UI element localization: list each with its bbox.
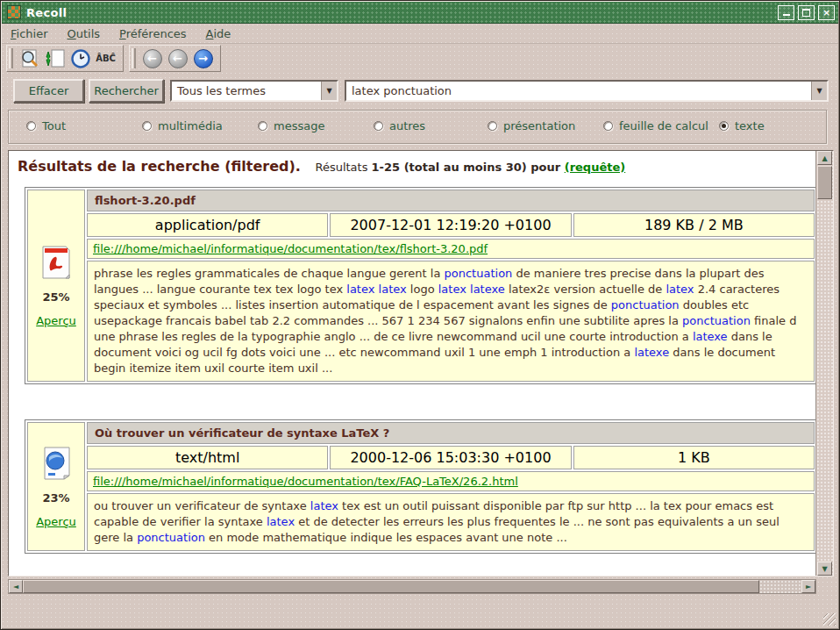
toolbar-handle[interactable] xyxy=(9,48,13,68)
result-meta-row: text/html 2000-12-06 15:03:30 +0100 1 KB xyxy=(87,446,815,469)
result-mime: text/html xyxy=(87,446,328,469)
recoll-app-icon xyxy=(7,5,21,19)
vertical-scrollbar[interactable]: ▲ ▼ xyxy=(815,151,833,576)
highlighted-term: latexe xyxy=(470,283,505,296)
highlighted-term: latexe xyxy=(634,346,669,359)
result-item: 25% Aperçu flshort-3.20.pdf application/… xyxy=(25,187,815,384)
highlighted-term: ponctuation xyxy=(137,531,205,544)
radio-multimedia[interactable]: multimédia xyxy=(142,119,223,132)
menu-aide[interactable]: Aide xyxy=(206,27,231,40)
radio-texte[interactable]: texte xyxy=(719,119,765,132)
snippet-text: en mode mathematique indique les espaces… xyxy=(205,531,567,544)
highlighted-term: ponctuation xyxy=(682,314,751,327)
document-sort-arrows-icon xyxy=(45,48,66,69)
highlighted-term: latex xyxy=(379,283,407,296)
abc-term-explorer-icon: ÂBĈ xyxy=(96,54,116,63)
menu-outils[interactable]: Outils xyxy=(68,27,101,40)
title-bar: Recoll × xyxy=(2,2,838,24)
first-page-button[interactable]: ← xyxy=(140,47,164,70)
term-explorer-button[interactable]: ÂBĈ xyxy=(94,47,117,70)
snippet-text: phrase les regles grammaticales de chaqu… xyxy=(94,267,445,280)
resize-grip[interactable] xyxy=(823,613,836,626)
clear-button[interactable]: Effacer xyxy=(13,79,84,103)
scroll-left-button[interactable]: ◄ xyxy=(9,580,23,593)
result-filename: Où trouver un vérificateur de syntaxe La… xyxy=(87,422,815,444)
highlighted-term: latexe xyxy=(693,330,728,343)
radio-presentation[interactable]: présentation xyxy=(488,119,575,132)
result-side-panel: 23% Aperçu xyxy=(27,422,85,551)
menu-fichier[interactable]: Fichier xyxy=(11,27,48,40)
highlighted-term: latex xyxy=(346,283,374,296)
radio-label: texte xyxy=(735,119,765,132)
snippet-text: ou trouver un verificateur de syntaxe xyxy=(94,499,310,512)
result-url-link[interactable]: file:///home/michael/informatique/docume… xyxy=(93,242,488,255)
clear-search-button[interactable] xyxy=(18,47,41,70)
scroll-down-button[interactable]: ▼ xyxy=(817,562,832,576)
search-button[interactable]: Rechercher xyxy=(89,79,164,103)
search-controls: Effacer Rechercher Tous les termes ▼ ▼ xyxy=(1,75,840,106)
pdf-document-icon xyxy=(41,245,71,280)
highlighted-term: latex xyxy=(310,499,338,512)
result-size: 1 KB xyxy=(573,446,815,469)
toolbar-group-tools: ÂBĈ xyxy=(6,45,124,72)
radio-feuille-de-calcul[interactable]: feuille de calcul xyxy=(603,119,708,132)
results-count: 1-25 (total au moins 30) pour xyxy=(372,161,565,174)
chevron-down-icon[interactable]: ▼ xyxy=(811,82,827,100)
category-filter-frame: Tout multimédia message autres présentat… xyxy=(8,110,827,144)
close-icon: × xyxy=(822,8,830,18)
search-input[interactable] xyxy=(346,82,811,100)
previous-page-button[interactable]: ← xyxy=(166,47,189,70)
results-list: Résultats de la recherche (filtered). Ré… xyxy=(9,151,815,576)
radio-tout[interactable]: Tout xyxy=(26,119,66,132)
arrow-right-icon: → xyxy=(194,49,213,68)
toolbar-group-navigation: ← ← → xyxy=(129,45,221,72)
results-viewport: Résultats de la recherche (filtered). Ré… xyxy=(8,150,834,576)
radio-autres[interactable]: autres xyxy=(374,119,425,132)
horizontal-scroll-thumb[interactable] xyxy=(23,580,759,593)
radio-icon xyxy=(26,121,36,131)
preview-link[interactable]: Aperçu xyxy=(36,515,76,528)
result-snippet: phrase les regles grammaticales de chaqu… xyxy=(87,261,815,382)
triangle-down-icon: ▼ xyxy=(822,565,827,573)
preview-link[interactable]: Aperçu xyxy=(36,314,76,327)
maximize-icon xyxy=(802,9,810,17)
results-title: Résultats de la recherche (filtered). xyxy=(18,158,301,175)
results-header: Résultats de la recherche (filtered). Ré… xyxy=(18,156,815,175)
result-item: 23% Aperçu Où trouver un vérificateur de… xyxy=(25,419,815,554)
history-button[interactable] xyxy=(68,47,92,70)
result-mime: application/pdf xyxy=(87,213,328,237)
recoll-window: Recoll × Fichier Outils Préférences Aide xyxy=(0,0,840,630)
radio-message[interactable]: message xyxy=(258,119,324,132)
highlighted-term: ponctuation xyxy=(611,298,680,311)
result-url-link[interactable]: file:///home/michael/informatique/docume… xyxy=(93,475,518,488)
radio-icon xyxy=(603,121,613,131)
horizontal-scrollbar[interactable]: ◄ ► xyxy=(8,579,816,594)
scroll-right-button[interactable]: ► xyxy=(801,580,815,593)
scroll-up-button[interactable]: ▲ xyxy=(817,151,832,165)
toolbar-handle[interactable] xyxy=(132,48,136,68)
vertical-scroll-thumb[interactable] xyxy=(817,166,832,199)
menu-preferences[interactable]: Préférences xyxy=(119,27,186,40)
radio-icon xyxy=(374,121,383,131)
maximize-button[interactable] xyxy=(798,5,815,20)
radio-icon xyxy=(488,121,497,131)
radio-label: présentation xyxy=(503,119,575,132)
toolbar: ÂBĈ ← ← → xyxy=(2,44,838,73)
radio-label: multimédia xyxy=(158,119,223,132)
chevron-down-icon[interactable]: ▼ xyxy=(321,82,337,100)
search-query-combobox: ▼ xyxy=(345,80,829,102)
search-mode-select[interactable]: Tous les termes ▼ xyxy=(170,80,338,102)
menu-bar: Fichier Outils Préférences Aide xyxy=(2,24,838,44)
query-details-link[interactable]: (requête) xyxy=(565,161,626,174)
result-side-panel: 25% Aperçu xyxy=(27,190,85,382)
html-document-icon xyxy=(41,446,71,481)
arrow-left-icon: ← xyxy=(143,49,162,68)
window-title: Recoll xyxy=(26,6,67,19)
close-button[interactable]: × xyxy=(818,5,835,20)
relevance-percent: 25% xyxy=(42,290,69,304)
result-date: 2007-12-01 12:19:20 +0100 xyxy=(330,213,571,237)
minimize-button[interactable] xyxy=(778,5,794,20)
relevance-percent: 23% xyxy=(42,491,69,505)
sort-parameters-button[interactable] xyxy=(43,47,67,70)
next-page-button[interactable]: → xyxy=(191,47,215,70)
